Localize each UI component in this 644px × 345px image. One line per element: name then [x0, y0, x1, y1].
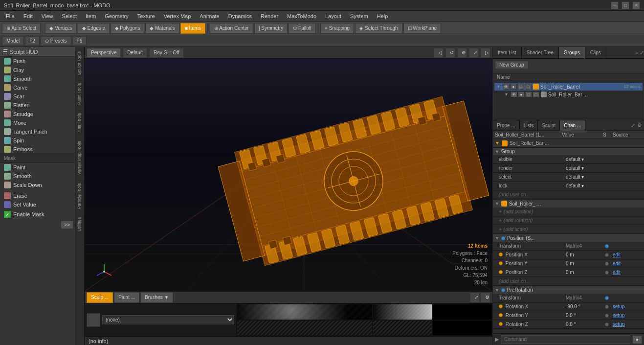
action-center-button[interactable]: ⊕ Action Center [210, 23, 253, 34]
f2-button[interactable]: F2 [25, 36, 40, 46]
position-section-header[interactable]: ▼ Position (S... [493, 234, 644, 242]
menu-system[interactable]: System [346, 12, 372, 20]
edges-button[interactable]: ◆ Edges 2 [78, 23, 110, 34]
rot-x-setup-link[interactable]: setup [613, 304, 624, 309]
rot-z-setup-link[interactable]: setup [613, 322, 624, 327]
menu-view[interactable]: View [38, 12, 57, 20]
menu-help[interactable]: Help [373, 12, 392, 20]
add-rotation-row[interactable]: + (add rotation) [493, 216, 644, 225]
render-dropdown-arrow[interactable]: ▾ [581, 165, 584, 171]
prop-settings-button[interactable]: ⚙ [637, 122, 642, 129]
item-vis-render-group[interactable]: ● [518, 92, 525, 97]
side-tab-hair-tools[interactable]: Hair Tools [76, 109, 84, 137]
viewport-canvas[interactable]: 12 Items Polygons : Face Channels: 0 Def… [85, 59, 492, 291]
side-tab-sculpt-tools[interactable]: Sculpt Tools [76, 47, 84, 79]
add-user-ch-pos-label[interactable]: (add user ch... [499, 278, 530, 284]
rotation-x-value[interactable]: -90.0 ° [566, 304, 605, 309]
tool-emboss[interactable]: Emboss [0, 145, 75, 154]
select-dropdown-arrow[interactable]: ▾ [581, 174, 584, 180]
enable-mask-toggle[interactable]: ✓ Enable Mask [0, 210, 75, 219]
tool-smudge[interactable]: Smudge [0, 110, 75, 118]
item-row-toggle[interactable]: ▼ [495, 140, 500, 146]
tool-erase[interactable]: Erase [0, 191, 75, 200]
brush-color-swatch[interactable] [87, 313, 100, 327]
materials-button[interactable]: ◆ Materials [145, 23, 179, 34]
select-value[interactable]: default ▾ [566, 174, 605, 180]
menu-geometry[interactable]: Geometry [101, 12, 132, 20]
brushes-tab-button[interactable]: Brushes ▼ [140, 292, 173, 303]
symmetry-button[interactable]: | Symmetry [254, 23, 288, 34]
bottom-expand-button[interactable]: ⤢ [470, 293, 480, 302]
prop-tab-lists[interactable]: Lists [520, 120, 538, 131]
group-section-header[interactable]: ▼ Group [493, 148, 644, 155]
menu-layout[interactable]: Layout [321, 12, 345, 20]
menu-maxtomodo[interactable]: MaxToModo [283, 12, 320, 20]
bottom-settings-button[interactable]: ⚙ [481, 293, 490, 302]
rot-y-setup-link[interactable]: setup [613, 313, 624, 318]
position-x-value[interactable]: 0 m [566, 252, 605, 257]
auto-select-button[interactable]: ⊕ Auto Select [2, 23, 41, 34]
tool-smooth[interactable]: Smooth [0, 74, 75, 83]
default-style-button[interactable]: Default [123, 48, 147, 58]
item-row-group[interactable]: ▼ 👁 ● □ □ Soil_Roller_Bar ... [494, 91, 643, 98]
item-toggle-root[interactable]: ▼ [496, 84, 501, 89]
position-y-value[interactable]: 0 m [566, 261, 605, 266]
minimize-button[interactable]: ─ [611, 1, 619, 9]
pos-x-edit-link[interactable]: edit [613, 252, 621, 257]
item-vis-sel[interactable]: □ [525, 84, 532, 90]
add-scale-row[interactable]: + (add scale) [493, 225, 644, 234]
menu-select[interactable]: Select [58, 12, 81, 20]
rotation-y-value[interactable]: 0.0 ° [566, 313, 605, 318]
tab-groups[interactable]: Groups [559, 47, 585, 58]
rotation-z-value[interactable]: 0.0 ° [566, 322, 605, 327]
maximize-button[interactable]: □ [622, 1, 629, 9]
add-rotation-label[interactable]: (add rotation) [504, 218, 533, 223]
select-through-button[interactable]: ◈ Select Through [355, 23, 402, 34]
menu-animate[interactable]: Animate [196, 12, 223, 20]
prop-tab-channels[interactable]: Chan ... [560, 120, 585, 131]
menu-vertexmap[interactable]: Vertex Map [160, 12, 195, 20]
item-vis-lock[interactable]: □ [517, 84, 524, 90]
tool-paint[interactable]: Paint [0, 163, 75, 172]
tab-shader-tree[interactable]: Shader Tree [522, 47, 559, 58]
item-vis-eye-group[interactable]: 👁 [511, 92, 517, 97]
tool-carve[interactable]: Carve [0, 83, 75, 92]
command-expand-icon[interactable]: ▶ [495, 336, 499, 343]
vp-more[interactable]: ▷ [481, 48, 490, 58]
snapping-button[interactable]: ⌖ Snapping [320, 23, 354, 34]
tool-clay[interactable]: Clay [0, 66, 75, 74]
command-execute-button[interactable]: ● [632, 335, 642, 344]
soil-roller-section-header[interactable]: ▼ Soil_Roller_ ... [493, 200, 644, 207]
pos-y-edit-link[interactable]: edit [613, 261, 621, 266]
new-group-button[interactable]: New Group [495, 61, 529, 69]
add-user-channel-label[interactable]: (add user ch... [499, 192, 530, 197]
item-vis-render[interactable]: ● [510, 84, 517, 90]
falloff-button[interactable]: ⊙ Falloff [289, 23, 316, 34]
vp-nav-1[interactable]: ◁ [434, 48, 444, 58]
item-vis-eye[interactable]: 👁 [503, 84, 510, 90]
visible-dropdown-arrow[interactable]: ▾ [581, 157, 584, 162]
pos-z-edit-link[interactable]: edit [613, 270, 621, 275]
visible-value[interactable]: default ▾ [566, 157, 605, 162]
add-position-row[interactable]: + (add position) [493, 207, 644, 216]
tool-move[interactable]: Move [0, 118, 75, 127]
sculpt-hud-header[interactable]: ☰ Sculpt HUD [0, 47, 75, 57]
ray-gl-button[interactable]: Ray GL: Off [149, 48, 184, 58]
brush-selector-dropdown[interactable]: (none) [102, 315, 234, 324]
menu-file[interactable]: File [2, 12, 19, 20]
lock-dropdown-arrow[interactable]: ▾ [581, 183, 584, 188]
prerotation-section-header[interactable]: ▼ PreRotation [493, 286, 644, 294]
item-vis-lock-group[interactable]: □ [525, 92, 532, 97]
vertices-button[interactable]: ◆ Vertices [45, 23, 76, 34]
tab-item-list[interactable]: Item List [493, 47, 522, 58]
close-button[interactable]: ✕ [632, 1, 640, 9]
side-tab-utilities[interactable]: Utilities [76, 213, 84, 235]
menu-render[interactable]: Render [257, 12, 282, 20]
side-tab-paint-tools[interactable]: Paint Tools [76, 79, 84, 109]
tool-smooth-mask[interactable]: Smooth [0, 172, 75, 181]
add-scale-label[interactable]: (add scale) [504, 227, 528, 232]
f6-button[interactable]: F6 [72, 36, 87, 46]
expand-tools-button[interactable]: >> [61, 221, 73, 229]
item-vis-sel-group[interactable]: □ [533, 92, 539, 97]
item-row-root[interactable]: ▼ 👁 ● □ □ Soil_Roller_Barrel 12 Items [494, 83, 643, 91]
